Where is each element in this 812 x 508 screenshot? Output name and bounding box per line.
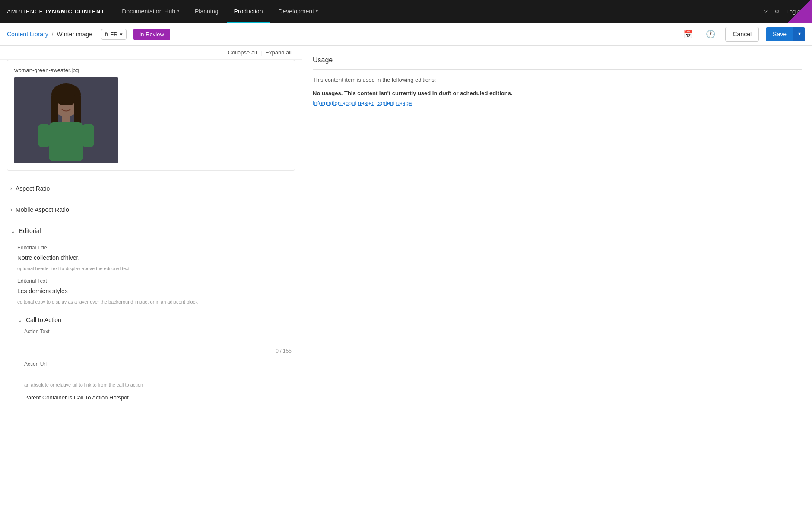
accordion-mobile-aspect-ratio-header[interactable]: › Mobile Aspect Ratio <box>0 199 302 220</box>
save-button[interactable]: Save <box>766 27 793 41</box>
collapse-all-button[interactable]: Collapse all <box>228 49 257 56</box>
main-layout: Collapse all | Expand all woman-green-sw… <box>0 46 812 508</box>
accordion-aspect-ratio-label: Aspect Ratio <box>16 185 50 192</box>
language-selector[interactable]: fr-FR ▾ <box>101 29 127 40</box>
action-url-label: Action Url <box>24 361 292 367</box>
brand-logo: AMPLIENCE DYNAMIC CONTENT <box>7 8 105 15</box>
action-text-group: Action Text 0 / 155 <box>24 329 292 354</box>
info-link[interactable]: Information about nested content usage <box>313 100 802 106</box>
usage-title: Usage <box>313 56 802 70</box>
image-svg <box>14 77 118 163</box>
editorial-text-input[interactable] <box>17 286 292 297</box>
breadcrumb-library[interactable]: Content Library <box>7 31 48 38</box>
editorial-title-group: Editorial Title optional header text to … <box>17 245 292 271</box>
language-value: fr-FR <box>105 31 118 38</box>
accordion-aspect-ratio: › Aspect Ratio <box>0 178 302 199</box>
left-panel: Collapse all | Expand all woman-green-sw… <box>0 46 302 508</box>
accordion-cta-label: Call to Action <box>26 316 61 323</box>
svg-point-10 <box>59 101 63 105</box>
no-usage-text: No usages. This content isn't currently … <box>313 90 802 96</box>
accordion-editorial-header[interactable]: ⌄ Editorial <box>0 220 302 241</box>
action-url-hint: an absolute or relative url to link to f… <box>24 382 292 387</box>
accordion-mobile-aspect-ratio: › Mobile Aspect Ratio <box>0 199 302 220</box>
editorial-content: Editorial Title optional header text to … <box>0 241 302 415</box>
cancel-button[interactable]: Cancel <box>725 27 759 42</box>
chevron-down-icon-editorial: ⌄ <box>10 227 16 234</box>
chevron-right-icon-aspect: › <box>10 185 12 192</box>
content-toolbar: Collapse all | Expand all <box>0 46 302 60</box>
parent-container-group: Parent Container is Call To Action Hotsp… <box>24 394 292 401</box>
top-navigation: AMPLIENCE DYNAMIC CONTENT Documentation … <box>0 0 812 23</box>
breadcrumb-bar: Content Library / Winter image fr-FR ▾ I… <box>0 23 812 46</box>
breadcrumb-separator: / <box>52 31 54 38</box>
nav-item-production-label: Production <box>234 8 263 15</box>
brand-amplience: AMPLIENCE <box>7 8 43 15</box>
expand-all-button[interactable]: Expand all <box>265 49 292 56</box>
status-badge[interactable]: In Review <box>133 29 170 40</box>
accordion-editorial-label: Editorial <box>19 227 41 234</box>
image-card: woman-green-sweater.jpg <box>7 60 295 171</box>
nav-item-development-label: Development <box>278 8 314 15</box>
usage-description: This content item is used in the followi… <box>313 77 802 83</box>
nav-item-planning[interactable]: Planning <box>188 0 225 23</box>
save-group: Save ▾ <box>766 27 805 41</box>
nav-corner-decoration <box>786 0 812 23</box>
save-dropdown-arrow[interactable]: ▾ <box>793 27 805 41</box>
image-filename: woman-green-sweater.jpg <box>14 67 288 73</box>
cta-content: Action Text 0 / 155 Action Url an absolu… <box>17 329 292 401</box>
action-url-input[interactable] <box>24 369 292 380</box>
nav-items: Documentation Hub ▾ Planning Production … <box>115 0 764 23</box>
svg-rect-8 <box>38 124 50 147</box>
breadcrumb-current-item: Winter image <box>57 31 92 38</box>
accordion-aspect-ratio-header[interactable]: › Aspect Ratio <box>0 178 302 199</box>
editorial-title-input[interactable] <box>17 252 292 264</box>
editorial-text-hint: editorial copy to display as a layer ove… <box>17 299 292 304</box>
settings-icon[interactable]: ⚙ <box>774 8 780 15</box>
action-text-label: Action Text <box>24 329 292 335</box>
nav-item-documentation-hub[interactable]: Documentation Hub ▾ <box>115 0 186 23</box>
svg-rect-9 <box>82 124 94 147</box>
nav-item-production[interactable]: Production <box>227 0 270 23</box>
action-url-group: Action Url an absolute or relative url t… <box>24 361 292 387</box>
chevron-down-icon-dev: ▾ <box>316 9 318 13</box>
brand-dynamic-content: DYNAMIC CONTENT <box>43 8 105 15</box>
editorial-text-group: Editorial Text editorial copy to display… <box>17 278 292 304</box>
accordion-cta: ⌄ Call to Action Action Text 0 / 155 <box>17 311 292 401</box>
accordion-cta-header[interactable]: ⌄ Call to Action <box>17 311 292 329</box>
chevron-down-icon-cta: ⌄ <box>17 316 22 323</box>
nav-item-planning-label: Planning <box>195 8 219 15</box>
char-count-display: 0 / 155 <box>276 348 292 354</box>
history-icon[interactable]: 🕐 <box>703 26 718 42</box>
editorial-text-label: Editorial Text <box>17 278 292 284</box>
editorial-title-hint: optional header text to display above th… <box>17 266 292 271</box>
chevron-down-icon: ▾ <box>177 9 179 13</box>
parent-container-label: Parent Container is Call To Action Hotsp… <box>24 394 292 401</box>
image-preview <box>14 77 118 163</box>
svg-point-11 <box>70 101 73 105</box>
nav-item-documentation-hub-label: Documentation Hub <box>122 8 175 15</box>
right-panel: Usage This content item is used in the f… <box>302 46 812 508</box>
action-text-char-count: 0 / 155 <box>24 348 292 354</box>
editorial-title-label: Editorial Title <box>17 245 292 251</box>
nav-item-development[interactable]: Development ▾ <box>271 0 325 23</box>
action-text-input[interactable] <box>24 336 292 348</box>
accordion-editorial: ⌄ Editorial Editorial Title optional hea… <box>0 220 302 415</box>
help-icon[interactable]: ? <box>764 8 767 15</box>
chevron-down-icon-lang: ▾ <box>120 31 123 38</box>
calendar-icon[interactable]: 📅 <box>680 26 696 42</box>
chevron-right-icon-mobile: › <box>10 207 12 213</box>
breadcrumb-right-actions: 📅 🕐 Cancel Save ▾ <box>680 26 805 42</box>
svg-rect-7 <box>49 122 83 161</box>
toolbar-separator: | <box>260 49 262 56</box>
accordion-mobile-aspect-ratio-label: Mobile Aspect Ratio <box>16 206 69 213</box>
